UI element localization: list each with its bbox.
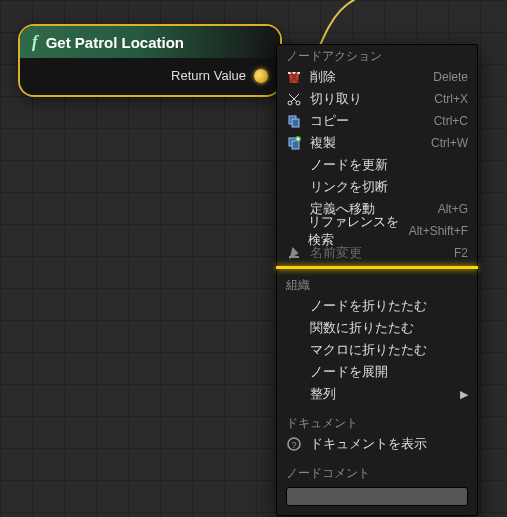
chevron-right-icon: ▶ <box>460 388 468 401</box>
svg-rect-3 <box>292 119 299 127</box>
section-document: ドキュメント <box>276 411 478 433</box>
menu-item-duplicate[interactable]: 複製 Ctrl+W <box>276 132 478 154</box>
shortcut: Ctrl+C <box>434 114 468 128</box>
menu-item-break-links[interactable]: リンクを切断 <box>276 176 478 198</box>
copy-icon <box>286 113 302 129</box>
menu-item-show-document[interactable]: ? ドキュメントを表示 <box>276 433 478 455</box>
duplicate-icon <box>286 135 302 151</box>
cut-icon <box>286 91 302 107</box>
shortcut: Ctrl+X <box>434 92 468 106</box>
output-pin[interactable] <box>254 69 268 83</box>
section-organization: 組織 <box>276 273 478 295</box>
section-node-comment: ノードコメント <box>276 461 478 483</box>
node-header[interactable]: f Get Patrol Location <box>20 26 280 58</box>
menu-item-cut[interactable]: 切り取り Ctrl+X <box>276 88 478 110</box>
highlight-divider <box>276 266 478 269</box>
menu-item-alignment[interactable]: 整列 ▶ <box>276 383 478 405</box>
pin-label: Return Value <box>171 68 246 83</box>
rename-icon <box>286 245 302 261</box>
node-title: Get Patrol Location <box>46 34 184 51</box>
node-comment-input[interactable] <box>286 487 468 506</box>
shortcut: Delete <box>433 70 468 84</box>
delete-icon <box>286 69 302 85</box>
menu-item-collapse-macro[interactable]: マクロに折りたたむ <box>276 339 478 361</box>
output-pin-row[interactable]: Return Value <box>171 68 268 83</box>
svg-rect-5 <box>292 141 299 149</box>
svg-text:?: ? <box>291 440 296 450</box>
context-menu: ノードアクション 削除 Delete 切り取り Ctrl+X コピー Ctrl+… <box>276 44 478 516</box>
menu-item-collapse-node[interactable]: ノードを折りたたむ <box>276 295 478 317</box>
section-node-actions: ノードアクション <box>276 44 478 66</box>
help-icon: ? <box>286 436 302 452</box>
shortcut: Alt+Shift+F <box>409 224 468 238</box>
shortcut: Alt+G <box>438 202 468 216</box>
shortcut: F2 <box>454 246 468 260</box>
menu-item-collapse-function[interactable]: 関数に折りたたむ <box>276 317 478 339</box>
menu-item-copy[interactable]: コピー Ctrl+C <box>276 110 478 132</box>
node-get-patrol-location[interactable]: f Get Patrol Location Return Value <box>20 26 280 95</box>
menu-item-find-references[interactable]: リファレンスを検索 Alt+Shift+F <box>276 220 478 242</box>
node-body: Return Value <box>20 58 280 95</box>
shortcut: Ctrl+W <box>431 136 468 150</box>
menu-item-refresh[interactable]: ノードを更新 <box>276 154 478 176</box>
menu-item-expand-node[interactable]: ノードを展開 <box>276 361 478 383</box>
menu-item-delete[interactable]: 削除 Delete <box>276 66 478 88</box>
function-icon: f <box>32 32 38 52</box>
